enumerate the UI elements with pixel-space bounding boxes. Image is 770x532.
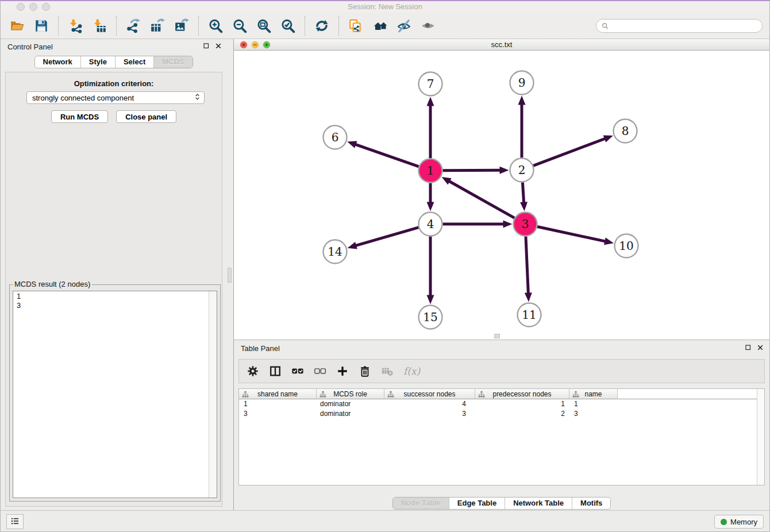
zoom-fit-button[interactable] (255, 17, 273, 35)
table-scrollbar[interactable] (757, 389, 764, 485)
table-tab-edge-table[interactable]: Edge Table (449, 498, 505, 509)
show-eye-button[interactable] (419, 17, 437, 35)
show-panels-button[interactable] (6, 514, 24, 529)
window-minimize-button[interactable] (29, 3, 37, 11)
zoom-selected-button[interactable] (279, 17, 297, 35)
window-title: Session: New Session (1, 1, 769, 13)
table-cell[interactable]: dominator (317, 409, 384, 419)
table-tab-group: Node TableEdge TableNetwork TableMotifs (392, 497, 611, 510)
mcds-result-item[interactable]: 1 (13, 291, 217, 300)
cb-checked-button[interactable] (291, 364, 305, 378)
column-header-label: name (584, 390, 602, 398)
show-eye-icon (421, 18, 436, 33)
hide-eye-icon (396, 18, 411, 33)
memory-button[interactable]: Memory (714, 515, 764, 529)
column-header-MCDS-role[interactable]: MCDS role (317, 389, 384, 399)
open-file-button[interactable] (8, 17, 26, 35)
table-cell[interactable]: 3 (384, 409, 475, 419)
column-header-successor-nodes[interactable]: successor nodes (384, 389, 475, 399)
table-tab-network-table[interactable]: Network Table (505, 498, 572, 509)
edge-arrowhead-1-6 (347, 141, 357, 148)
export-table-button[interactable] (148, 17, 167, 35)
tab-style[interactable]: Style (80, 56, 115, 68)
search-input[interactable] (613, 21, 757, 31)
criterion-dropdown[interactable]: strongly connected component (26, 91, 205, 104)
edge-3-10[interactable] (537, 227, 608, 242)
control-panel-title: Control Panel (7, 43, 53, 51)
zoom-in-button[interactable] (206, 17, 225, 35)
table-delete-icon (381, 365, 394, 377)
edge-1-2[interactable] (442, 170, 503, 171)
import-table-button[interactable] (90, 17, 109, 35)
table-row[interactable]: 1dominator411 (239, 399, 764, 409)
edge-3-1[interactable] (446, 180, 514, 218)
graph-node-label-6: 6 (332, 130, 339, 144)
table-row[interactable]: 3dominator323 (239, 409, 764, 419)
float-table-panel-icon[interactable] (745, 344, 752, 351)
copy-network-button[interactable] (346, 17, 365, 35)
close-panel-icon[interactable] (215, 43, 222, 49)
export-network-button[interactable] (124, 17, 143, 35)
zoom-out-button[interactable] (230, 17, 249, 35)
table-cell[interactable]: 4 (384, 399, 475, 409)
edge-2-3[interactable] (522, 182, 524, 205)
trash-button[interactable] (358, 364, 372, 378)
refresh-button[interactable] (313, 17, 331, 35)
control-panel: Control Panel NetworkStyleSelectMCDS Opt… (1, 39, 226, 510)
tab-select[interactable]: Select (115, 56, 153, 68)
homes-icon (372, 18, 387, 33)
network-minimize-icon[interactable] (251, 41, 259, 49)
mcds-panel: Optimization criterion: strongly connect… (5, 72, 222, 507)
edge-2-8[interactable] (533, 137, 607, 165)
table-cell[interactable]: 1 (569, 399, 618, 409)
hide-eye-button[interactable] (395, 17, 413, 35)
table-cell[interactable]: dominator (317, 399, 384, 409)
table-cell[interactable]: 3 (569, 409, 618, 419)
column-header-predecessor-nodes[interactable]: predecessor nodes (475, 389, 569, 399)
vertical-splitter[interactable] (226, 39, 234, 510)
columns-button[interactable] (268, 364, 282, 378)
homes-button[interactable] (371, 17, 389, 35)
result-list-scrollbar[interactable] (209, 291, 217, 498)
tab-network[interactable]: Network (35, 56, 80, 68)
network-graph-canvas[interactable]: 7968124314101511 (234, 51, 769, 340)
save-session-button[interactable] (32, 17, 51, 35)
gear-button[interactable] (246, 364, 260, 378)
table-cell[interactable]: 3 (239, 409, 317, 419)
table-tab-motifs[interactable]: Motifs (572, 498, 610, 509)
plus-button[interactable] (336, 364, 349, 378)
table-cell[interactable]: 1 (475, 399, 569, 409)
close-table-panel-icon[interactable] (757, 344, 764, 351)
edge-1-6[interactable] (353, 144, 419, 167)
table-tab-node-table[interactable]: Node Table (393, 498, 449, 509)
mcds-result-title: MCDS result (2 nodes) (13, 280, 92, 288)
import-network-icon (68, 18, 83, 33)
edge-3-11[interactable] (526, 236, 529, 296)
mcds-result-list: 13 (13, 291, 217, 498)
window-close-button[interactable] (17, 3, 25, 11)
fx-icon: f(x) (403, 365, 420, 377)
cb-unchecked-button[interactable] (313, 364, 327, 378)
import-network-button[interactable] (66, 17, 84, 35)
column-header-name[interactable]: name (569, 389, 618, 399)
table-cell[interactable]: 2 (475, 409, 569, 419)
close-panel-button[interactable]: Close panel (116, 110, 176, 123)
column-header-shared-name[interactable]: shared name (239, 389, 317, 399)
save-session-icon (34, 18, 49, 33)
network-maximize-icon[interactable] (263, 41, 271, 49)
export-image-button[interactable] (172, 17, 191, 35)
network-close-icon[interactable] (240, 41, 248, 49)
window-maximize-button[interactable] (42, 3, 50, 11)
network-window-grip[interactable] (494, 334, 500, 338)
mcds-result-item[interactable]: 3 (13, 300, 217, 310)
edge-4-14[interactable] (353, 228, 418, 246)
columns-icon (269, 365, 282, 377)
toolbar-separator (198, 16, 199, 36)
splitter-grip[interactable] (228, 268, 232, 283)
run-mcds-button[interactable]: Run MCDS (51, 110, 108, 123)
column-header-label: successor nodes (403, 390, 455, 398)
float-panel-icon[interactable] (203, 43, 210, 49)
graph-node-label-4: 4 (427, 217, 434, 231)
table-cell[interactable]: 1 (239, 399, 317, 409)
tab-mcds[interactable]: MCDS (153, 56, 192, 68)
